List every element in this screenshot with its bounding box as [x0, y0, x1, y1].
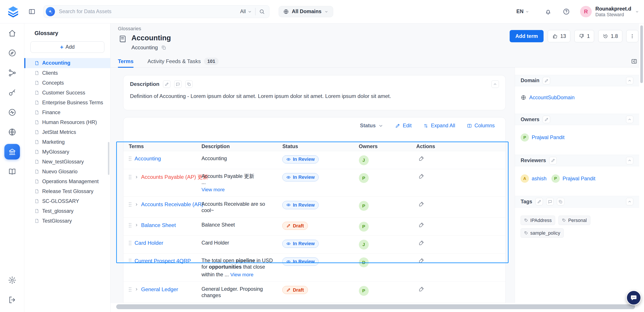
version-button[interactable]: 1.8 — [598, 30, 622, 42]
nav-lineage[interactable] — [0, 63, 24, 83]
expand-icon[interactable] — [134, 175, 139, 179]
edit-button[interactable]: Edit — [395, 123, 412, 129]
term-link[interactable]: General Ledger — [141, 286, 178, 292]
upvote-button[interactable]: 13 — [548, 30, 570, 42]
nav-domains[interactable] — [0, 122, 24, 142]
search-input[interactable] — [58, 8, 237, 15]
expand-icon[interactable] — [134, 202, 139, 207]
nav-settings[interactable] — [0, 270, 24, 290]
search-scope-dropdown[interactable]: All — [240, 9, 252, 15]
vertical-scrollbar[interactable] — [640, 26, 643, 83]
owner-avatar[interactable]: P — [359, 201, 369, 211]
glossary-list-item[interactable]: Accounting — [24, 58, 110, 68]
term-link[interactable]: Accounts Payable (AP) 更新 — [141, 174, 208, 181]
glossary-list-item[interactable]: Release Test Glossary — [24, 187, 110, 196]
person-chip[interactable]: A ashish — [520, 174, 546, 183]
user-menu[interactable]: R Rounakpreet.d Data Steward — [580, 6, 639, 18]
drag-handle-icon[interactable] — [128, 286, 132, 292]
glossary-list-item[interactable]: SC-GLOSSARY — [24, 196, 110, 206]
chat-button[interactable] — [626, 290, 641, 305]
add-term-button[interactable]: Add term — [510, 30, 544, 42]
comment-tags-icon[interactable] — [546, 198, 554, 205]
drag-handle-icon[interactable] — [128, 222, 132, 228]
term-link[interactable]: Accounts Receivable (AR) — [141, 201, 204, 208]
term-link[interactable]: Card Holder — [134, 240, 164, 246]
glossary-list-item[interactable]: JetStat Metrics — [24, 127, 110, 137]
help-icon[interactable] — [560, 6, 572, 18]
tab-activity[interactable]: Activity Feeds & Tasks 101 — [148, 55, 218, 67]
person-chip[interactable]: P Prajwal Pandit — [552, 174, 596, 183]
glossary-list-item[interactable]: Operations Management — [24, 177, 110, 187]
collapse-domain-icon[interactable] — [626, 77, 634, 84]
edit-domain-icon[interactable] — [543, 77, 550, 84]
glossary-list-item[interactable]: Enterprise Business Terms — [24, 98, 110, 108]
copy-icon[interactable] — [161, 45, 166, 50]
breadcrumb[interactable]: Glossaries — [118, 26, 141, 32]
right-panel-toggle-icon[interactable] — [631, 58, 638, 65]
edit-description-icon[interactable] — [163, 80, 170, 88]
drag-handle-icon[interactable] — [128, 202, 132, 207]
horizontal-scrollbar[interactable] — [116, 304, 635, 309]
app-logo[interactable] — [6, 4, 20, 19]
edit-reviewers-icon[interactable] — [549, 157, 557, 164]
more-menu-button[interactable] — [626, 30, 638, 42]
nav-explore[interactable] — [0, 43, 24, 63]
edit-term-icon[interactable] — [418, 240, 424, 246]
collapse-owners-icon[interactable] — [626, 116, 634, 123]
owner-avatar[interactable]: D — [359, 257, 369, 267]
expand-icon[interactable] — [134, 287, 139, 291]
owner-avatar[interactable]: J — [359, 240, 369, 250]
language-selector[interactable]: EN — [516, 9, 529, 15]
term-link[interactable]: Balance Sheet — [141, 222, 176, 228]
glossary-scrollbar[interactable] — [108, 142, 110, 175]
glossary-list-item[interactable]: Human Resources (HR) — [24, 117, 110, 127]
glossary-list-item[interactable]: Clients — [24, 68, 110, 78]
edit-term-icon[interactable] — [418, 286, 424, 292]
glossary-list-item[interactable]: New_testGlossary — [24, 157, 110, 167]
glossary-list-item[interactable]: Test_glossary — [24, 206, 110, 216]
search-icon[interactable] — [259, 9, 265, 15]
collapse-tags-icon[interactable] — [626, 198, 634, 205]
tag-pill[interactable]: IPAddress — [520, 216, 555, 225]
term-link[interactable]: Accounting — [134, 155, 161, 162]
edit-term-icon[interactable] — [418, 201, 424, 207]
domains-selector[interactable]: All Domains — [278, 6, 333, 18]
glossary-list-item[interactable]: Finance — [24, 108, 110, 117]
edit-term-icon[interactable] — [418, 155, 424, 162]
drag-handle-icon[interactable] — [128, 258, 132, 264]
edit-owners-icon[interactable] — [543, 116, 550, 123]
drag-handle-icon[interactable] — [128, 240, 132, 246]
tag-pill[interactable]: sample_policy — [520, 228, 564, 238]
edit-term-icon[interactable] — [418, 257, 424, 264]
drag-handle-icon[interactable] — [128, 174, 132, 180]
expand-icon[interactable] — [134, 223, 139, 227]
nav-access[interactable] — [0, 83, 24, 102]
domain-link[interactable]: AccountSubDomain — [520, 95, 575, 101]
global-search-bar[interactable]: All — [44, 5, 269, 18]
collapse-description-icon[interactable] — [492, 80, 499, 88]
view-more-link[interactable]: View more — [202, 187, 225, 193]
view-more-link[interactable]: View more — [230, 271, 254, 278]
expand-all-button[interactable]: Expand All — [423, 123, 455, 129]
owner-avatar[interactable]: P — [359, 286, 369, 296]
person-chip[interactable]: P Prajwal Pandit — [520, 133, 564, 142]
nav-observability[interactable] — [0, 102, 24, 122]
nav-logout[interactable] — [0, 290, 24, 309]
edit-term-icon[interactable] — [418, 173, 424, 179]
nav-home[interactable] — [0, 24, 24, 43]
add-glossary-button[interactable]: + Add — [30, 41, 104, 53]
notifications-bell-icon[interactable] — [542, 6, 554, 18]
tab-terms[interactable]: Terms — [118, 55, 134, 67]
collapse-reviewers-icon[interactable] — [626, 157, 634, 164]
glossary-list-item[interactable]: Concepts — [24, 78, 110, 88]
glossary-list-item[interactable]: Nuevo Glosario — [24, 167, 110, 177]
owner-avatar[interactable]: J — [359, 155, 369, 165]
glossary-list-item[interactable]: Marketing — [24, 137, 110, 147]
drag-handle-icon[interactable] — [128, 156, 132, 162]
tag-pill[interactable]: Personal — [558, 216, 590, 225]
downvote-button[interactable]: 1 — [574, 30, 594, 42]
nav-govern[interactable] — [0, 142, 24, 162]
sidebar-toggle-icon[interactable] — [26, 6, 38, 18]
edit-tags-icon[interactable] — [536, 198, 543, 205]
glossary-list-item[interactable]: MyGlossary — [24, 147, 110, 157]
